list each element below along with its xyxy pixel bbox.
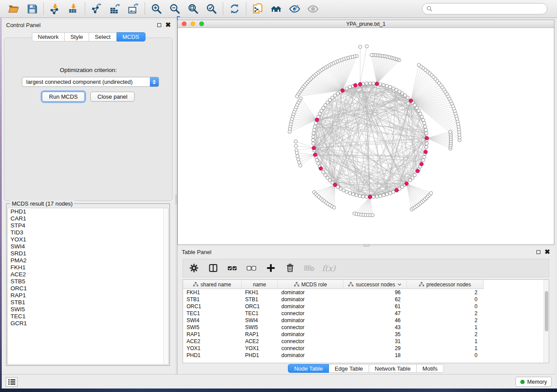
graph-mcds-node[interactable] xyxy=(368,195,372,199)
run-mcds-button[interactable]: Run MCDS xyxy=(42,92,85,102)
graph-node[interactable] xyxy=(311,135,315,138)
table-row[interactable]: FKH1FKH1dominator962 xyxy=(183,289,549,296)
graph-node[interactable] xyxy=(365,195,368,199)
export-table-icon[interactable] xyxy=(106,1,124,16)
graph-node[interactable] xyxy=(365,45,369,48)
column-header-predecessor-nodes[interactable]: predecessor nodes xyxy=(407,280,484,289)
graph-node[interactable] xyxy=(417,63,421,67)
mcds-result-item[interactable]: SWI4 xyxy=(8,243,168,250)
zoom-selected-icon[interactable] xyxy=(202,1,221,16)
graph-node[interactable] xyxy=(320,109,323,113)
graph-node[interactable] xyxy=(372,195,375,199)
mcds-result-item[interactable]: FKH1 xyxy=(8,264,168,271)
graph-mcds-node[interactable] xyxy=(312,146,316,150)
graph-mcds-node[interactable] xyxy=(341,89,345,93)
column-header-MCDS-role[interactable]: MCDS role xyxy=(278,280,343,289)
graph-node[interactable] xyxy=(313,125,317,128)
float-panel-icon[interactable] xyxy=(536,250,540,254)
graph-node[interactable] xyxy=(392,190,395,194)
graph-node[interactable] xyxy=(392,87,395,90)
graph-mcds-node[interactable] xyxy=(353,83,357,87)
graph-node[interactable] xyxy=(342,189,346,192)
column-header-successor-nodes[interactable]: successor nodes xyxy=(343,280,407,289)
graph-mcds-node[interactable] xyxy=(315,118,319,122)
graph-node[interactable] xyxy=(379,194,382,198)
graph-node[interactable] xyxy=(339,187,343,191)
mcds-result-item[interactable]: PHD1 xyxy=(8,208,168,215)
close-panel-icon[interactable]: ✖ xyxy=(165,23,171,27)
search-field[interactable] xyxy=(422,3,547,14)
graph-mcds-node[interactable] xyxy=(425,136,429,140)
graph-node[interactable] xyxy=(425,132,428,135)
graph-mcds-node[interactable] xyxy=(313,153,317,157)
mcds-result-item[interactable]: YOX1 xyxy=(8,236,168,243)
graph-node[interactable] xyxy=(382,193,385,197)
graph-node[interactable] xyxy=(372,82,375,85)
zoom-fit-icon[interactable] xyxy=(184,1,202,16)
tab-mcds[interactable]: MCDS xyxy=(117,32,145,41)
column-layout-icon[interactable] xyxy=(207,261,220,275)
table-row[interactable]: SWI5SWI5connector431 xyxy=(183,324,549,331)
graph-node[interactable] xyxy=(298,161,301,164)
table-tab-motifs[interactable]: Motifs xyxy=(417,364,444,373)
table-row[interactable]: PHD1PHD1dominator180 xyxy=(183,352,549,359)
graph-node[interactable] xyxy=(317,162,320,165)
graph-node[interactable] xyxy=(398,90,401,93)
tab-network[interactable]: Network xyxy=(31,32,65,41)
table-row[interactable]: SWI4SWI4dominator462 xyxy=(183,317,549,324)
zoom-in-icon[interactable] xyxy=(147,1,166,16)
graph-mcds-node[interactable] xyxy=(424,150,428,154)
table-tab-network-table[interactable]: Network Table xyxy=(369,364,417,373)
mcds-result-item[interactable]: ORC1 xyxy=(8,285,168,292)
graph-mcds-node[interactable] xyxy=(358,83,362,86)
graph-node[interactable] xyxy=(312,132,315,135)
mcds-result-item[interactable]: STB1 xyxy=(8,299,168,306)
graph-node[interactable] xyxy=(388,192,392,195)
graph-node[interactable] xyxy=(345,87,349,90)
graph-node[interactable] xyxy=(419,112,422,116)
graph-node[interactable] xyxy=(379,83,382,86)
import-network-icon[interactable] xyxy=(46,1,64,16)
mcds-result-item[interactable]: STP4 xyxy=(8,222,168,229)
zoom-out-icon[interactable] xyxy=(166,1,184,16)
add-column-icon[interactable] xyxy=(264,261,277,275)
graph-node[interactable] xyxy=(423,125,427,128)
table-row[interactable]: RAP1RAP1dominator352 xyxy=(183,331,549,338)
graph-node[interactable] xyxy=(365,82,368,85)
mcds-list-scrollbar[interactable] xyxy=(163,208,168,364)
graph-node[interactable] xyxy=(348,86,352,89)
table-tab-node-table[interactable]: Node Table xyxy=(288,364,329,373)
graph-node[interactable] xyxy=(362,195,365,198)
table-scrollbar[interactable] xyxy=(543,280,549,363)
graph-node[interactable] xyxy=(297,158,300,161)
graph-node[interactable] xyxy=(358,194,362,198)
delete-column-icon[interactable] xyxy=(284,261,297,275)
table-row[interactable]: YOX1YOX1connector291 xyxy=(183,345,549,352)
graph-node[interactable] xyxy=(385,193,389,196)
mcds-result-item[interactable]: STB5 xyxy=(8,278,168,285)
refresh-icon[interactable] xyxy=(225,1,244,16)
graph-node[interactable] xyxy=(295,95,299,98)
graph-node[interactable] xyxy=(296,155,299,158)
export-network-icon[interactable] xyxy=(87,1,106,16)
graph-node[interactable] xyxy=(422,158,425,162)
mcds-result-item[interactable]: GCR1 xyxy=(8,320,168,327)
graph-mcds-node[interactable] xyxy=(375,82,379,86)
graph-node[interactable] xyxy=(352,193,355,196)
graph-node[interactable] xyxy=(425,142,429,145)
graph-node[interactable] xyxy=(422,155,426,159)
select-all-columns-icon[interactable] xyxy=(226,261,239,275)
graph-node[interactable] xyxy=(370,53,374,57)
network-window-titlebar[interactable]: YPA_prune.txt_1 xyxy=(178,20,554,28)
graph-node[interactable] xyxy=(422,122,426,125)
graph-node[interactable] xyxy=(429,192,433,195)
graph-node[interactable] xyxy=(413,173,417,177)
save-icon[interactable] xyxy=(23,1,41,16)
graph-node[interactable] xyxy=(312,128,316,132)
column-header-shared-name[interactable]: shared name xyxy=(183,280,242,289)
graph-node[interactable] xyxy=(294,140,298,143)
graph-node[interactable] xyxy=(371,213,374,217)
graph-node[interactable] xyxy=(424,128,428,132)
table-row[interactable]: ORC1ORC1dominator610 xyxy=(183,303,549,310)
memory-button[interactable]: Memory xyxy=(515,377,552,387)
